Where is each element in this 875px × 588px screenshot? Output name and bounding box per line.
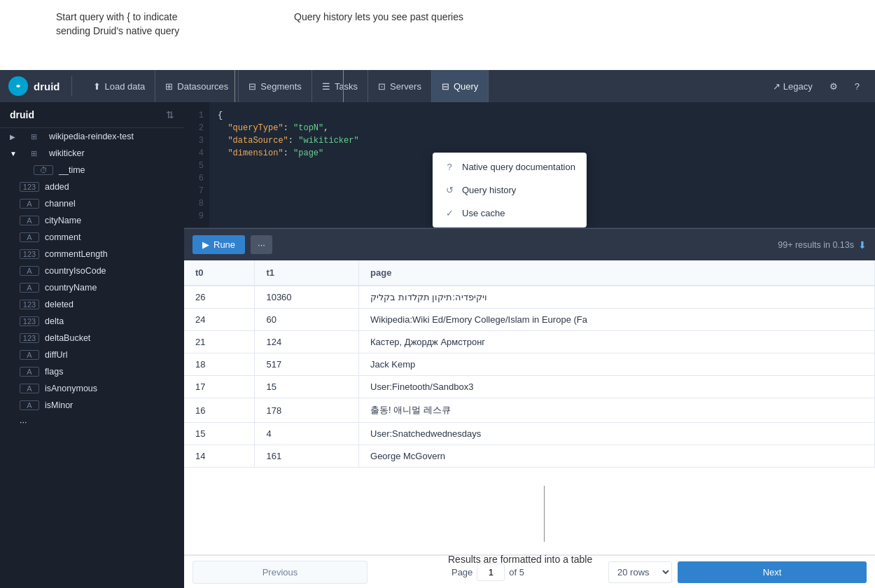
cell-page: ויקיפדיה:תיקון תקלדות בקליק <box>359 286 875 309</box>
cell-page: Wikipedia:Wiki Ed/Emory College/Islam in… <box>359 309 875 331</box>
sidebar-item-added[interactable]: 123 added <box>0 178 184 195</box>
navbar: druid ⬆ Load data ⊞ Datasources ⊟ Segmen… <box>0 70 875 102</box>
datasources-icon: ⊞ <box>165 81 173 92</box>
dropdown-menu: ? Native query documentation ↺ Query his… <box>433 153 587 227</box>
nav-servers[interactable]: ⊡ Servers <box>368 70 432 102</box>
nav-query-label: Query <box>454 81 478 92</box>
nav-load-data-label: Load data <box>105 81 146 92</box>
more-button[interactable]: ··· <box>251 235 272 254</box>
navbar-right: ↗ Legacy ⚙ ? <box>766 77 867 96</box>
rows-select[interactable]: 20 rows 50 rows 100 rows <box>608 561 672 583</box>
type-icon-string9: A <box>20 400 39 410</box>
col-header-page: page <box>359 260 875 286</box>
cell-page: User:Snatchedwednesdays <box>359 423 875 445</box>
sidebar-item-time[interactable]: ⏱ __time <box>0 162 184 178</box>
sidebar-item-name-countryisocode: countryIsoCode <box>45 266 174 276</box>
cell-t0: 18 <box>184 354 255 376</box>
table-body: 2610360ויקיפדיה:תיקון תקלדות בקליק2460Wi… <box>184 286 875 468</box>
sidebar-item-more[interactable]: ··· <box>0 414 184 430</box>
nav-tasks-label: Tasks <box>335 81 358 92</box>
help-button[interactable]: ? <box>848 77 867 96</box>
dropdown-item-use-cache-label: Use cache <box>462 208 505 218</box>
sidebar-item-commentlength[interactable]: 123 commentLength <box>0 246 184 262</box>
bottom-annotation: Results are formatted into a table <box>448 553 592 567</box>
dropdown-item-query-history-label: Query history <box>462 185 516 195</box>
nav-datasources[interactable]: ⊞ Datasources <box>155 70 239 102</box>
next-label: Next <box>763 567 782 578</box>
sidebar-item-isminor[interactable]: A isMinor <box>0 397 184 414</box>
sidebar-item-name-commentlength: commentLength <box>45 249 174 259</box>
table-row: 21124Кастер, Джордж Армстронг <box>184 331 875 354</box>
sidebar-item-name-deleted: deleted <box>45 300 174 309</box>
dropdown-item-query-history[interactable]: ↺ Query history <box>433 178 587 202</box>
cell-page: Кастер, Джордж Армстронг <box>359 331 875 354</box>
cell-t0: 24 <box>184 309 255 331</box>
nav-load-data[interactable]: ⬆ Load data <box>83 70 156 102</box>
results-area: t0 t1 page 2610360ויקיפדיה:תיקון תקלדות … <box>184 260 875 554</box>
cell-t1: 124 <box>255 331 359 354</box>
type-icon-string3: A <box>20 232 39 242</box>
sidebar-item-isanonymous[interactable]: A isAnonymous <box>0 380 184 397</box>
table-row: 1715User:Finetooth/Sandbox3 <box>184 376 875 398</box>
next-button[interactable]: Next <box>678 561 867 583</box>
sidebar-item-name-flags: flags <box>45 367 174 377</box>
nav-tasks[interactable]: ☰ Tasks <box>312 70 368 102</box>
dropdown-item-native-docs[interactable]: ? Native query documentation <box>433 155 587 178</box>
nav-query[interactable]: ⊟ Query <box>432 70 489 102</box>
type-icon-time: ⏱ <box>34 165 53 175</box>
sidebar-item-deleted[interactable]: 123 deleted <box>0 296 184 313</box>
previous-button: Previous <box>192 561 368 584</box>
sidebar-item-channel[interactable]: A channel <box>0 195 184 212</box>
download-icon[interactable]: ⬇ <box>858 239 867 251</box>
legacy-label: Legacy <box>783 81 813 92</box>
sidebar-item-name-delta: delta <box>45 316 174 326</box>
toolbar: ▶ Rune ··· 99+ results in 0.13s ⬇ <box>184 228 875 260</box>
cell-t1: 15 <box>255 376 359 398</box>
type-icon-string2: A <box>20 216 39 225</box>
settings-icon: ⚙ <box>830 81 838 92</box>
chevron-down-icon: ▼ <box>10 150 18 158</box>
sidebar-item-comment[interactable]: A comment <box>0 229 184 246</box>
sidebar-item-countryname[interactable]: A countryName <box>0 279 184 296</box>
legacy-button[interactable]: ↗ Legacy <box>766 77 820 96</box>
sidebar-item-name-diffurl: diffUrl <box>45 350 174 360</box>
sidebar-item-cityname[interactable]: A cityName <box>0 212 184 229</box>
dropdown-item-use-cache[interactable]: ✓ Use cache <box>433 202 587 225</box>
table-row: 14161George McGovern <box>184 445 875 468</box>
more-label: ··· <box>258 239 265 250</box>
cell-t1: 4 <box>255 423 359 445</box>
nav-segments-label: Segments <box>260 81 302 92</box>
cell-page: George McGovern <box>359 445 875 468</box>
table-row: 18517Jack Kemp <box>184 354 875 376</box>
sidebar-item-delta[interactable]: 123 delta <box>0 313 184 330</box>
sidebar-item-name-deltabucket: deltaBucket <box>45 333 174 343</box>
sidebar-item-flags[interactable]: A flags <box>0 363 184 380</box>
type-icon-string7: A <box>20 367 39 377</box>
brand: druid <box>8 76 72 96</box>
sidebar-sort-button[interactable]: ⇅ <box>166 109 174 120</box>
cell-t0: 26 <box>184 286 255 309</box>
table-header-row: t0 t1 page <box>184 260 875 286</box>
run-button[interactable]: ▶ Rune <box>192 235 245 254</box>
servers-icon: ⊡ <box>378 81 386 92</box>
sidebar-item-countryisocode[interactable]: A countryIsoCode <box>0 262 184 279</box>
cell-t0: 14 <box>184 445 255 468</box>
code-editor[interactable]: 123456789 { "queryType": "topN", "dataSo… <box>184 102 875 228</box>
help-circle-icon: ? <box>444 162 455 172</box>
druid-logo <box>8 76 28 96</box>
sidebar-item-name-isminor: isMinor <box>45 400 174 410</box>
settings-button[interactable]: ⚙ <box>822 77 845 96</box>
nav-segments[interactable]: ⊟ Segments <box>239 70 312 102</box>
table-row: 2610360ויקיפדיה:תיקון תקלדות בקליק <box>184 286 875 309</box>
table-row: 154User:Snatchedwednesdays <box>184 423 875 445</box>
cell-t0: 16 <box>184 398 255 423</box>
sidebar-item-name-added: added <box>45 182 174 192</box>
type-icon-string8: A <box>20 384 39 393</box>
sidebar-item-wikipedia-reindex-test[interactable]: ▶ ⊞ wikipedia-reindex-test <box>0 128 184 145</box>
sidebar-item-deltabucket[interactable]: 123 deltaBucket <box>0 330 184 346</box>
sidebar-item-wikiticker[interactable]: ▼ ⊞ wikiticker <box>0 145 184 162</box>
type-icon-string4: A <box>20 266 39 276</box>
page-label: Page <box>451 567 472 578</box>
sidebar-item-diffurl[interactable]: A diffUrl <box>0 346 184 363</box>
run-icon: ▶ <box>202 239 209 250</box>
